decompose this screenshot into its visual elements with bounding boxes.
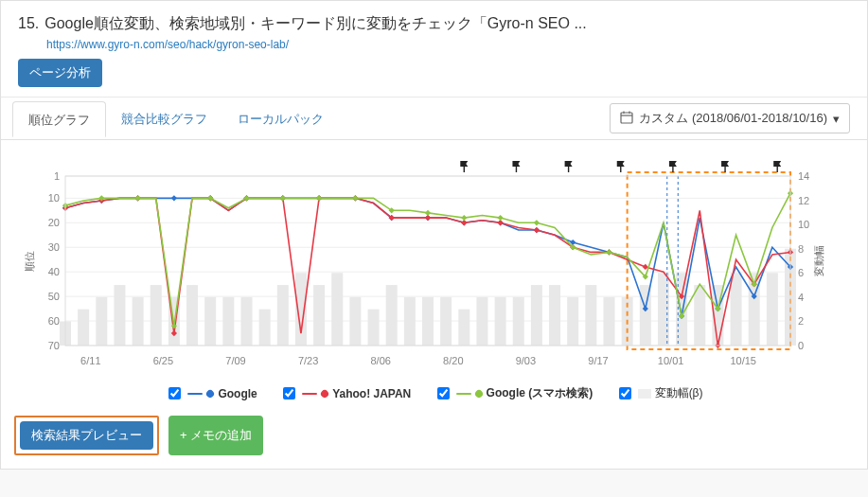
svg-rect-42 — [96, 297, 107, 346]
svg-rect-59 — [404, 297, 416, 346]
page-analyze-button[interactable]: ページ分析 — [18, 59, 102, 87]
date-range-label: カスタム (2018/06/01-2018/10/16) — [639, 110, 827, 127]
legend-google-sp-checkbox[interactable] — [437, 387, 450, 399]
svg-rect-67 — [549, 285, 560, 346]
svg-rect-72 — [640, 285, 651, 346]
svg-rect-50 — [241, 297, 253, 346]
svg-rect-64 — [495, 297, 506, 346]
svg-rect-61 — [440, 297, 452, 346]
svg-rect-58 — [386, 285, 398, 346]
svg-rect-141 — [606, 249, 611, 255]
legend-volatility[interactable]: 変動幅(β) — [615, 384, 703, 402]
svg-rect-69 — [585, 285, 596, 346]
svg-text:8/06: 8/06 — [370, 355, 390, 366]
svg-text:0: 0 — [798, 340, 804, 351]
add-memo-label: メモの追加 — [190, 428, 252, 442]
svg-text:6: 6 — [798, 267, 804, 278]
svg-rect-45 — [151, 285, 162, 346]
legend-google-sp[interactable]: Google (スマホ検索) — [434, 384, 593, 402]
svg-rect-43 — [114, 285, 125, 346]
svg-rect-139 — [534, 220, 540, 225]
svg-rect-63 — [476, 297, 487, 346]
svg-rect-44 — [133, 297, 144, 346]
tab-ranking[interactable]: 順位グラフ — [12, 101, 106, 137]
svg-rect-62 — [458, 310, 469, 346]
svg-text:9/17: 9/17 — [588, 355, 608, 366]
svg-text:10/01: 10/01 — [658, 355, 684, 366]
svg-rect-51 — [259, 310, 271, 346]
svg-rect-47 — [186, 285, 198, 346]
calendar-icon — [620, 111, 633, 127]
svg-text:8: 8 — [798, 243, 804, 255]
svg-rect-137 — [461, 215, 467, 221]
svg-text:8/20: 8/20 — [443, 355, 463, 366]
highlight-box: 検索結果プレビュー — [14, 416, 159, 455]
page-url[interactable]: https://www.gyro-n.com/seo/hack/gyron-se… — [46, 38, 850, 51]
svg-text:変動幅: 変動幅 — [813, 245, 824, 276]
svg-rect-77 — [731, 273, 742, 346]
svg-text:2: 2 — [798, 315, 804, 327]
svg-rect-65 — [513, 297, 524, 346]
plus-icon: + — [180, 428, 190, 442]
svg-text:6/11: 6/11 — [80, 355, 100, 366]
serp-preview-button[interactable]: 検索結果プレビュー — [20, 421, 153, 450]
svg-text:10/15: 10/15 — [730, 355, 756, 366]
svg-rect-56 — [349, 297, 361, 346]
svg-text:7/23: 7/23 — [298, 355, 318, 366]
svg-text:60: 60 — [48, 315, 60, 327]
svg-rect-66 — [531, 285, 542, 346]
tab-localpack[interactable]: ローカルパック — [222, 101, 339, 135]
svg-rect-134 — [352, 195, 358, 201]
svg-rect-60 — [422, 297, 434, 346]
chevron-down-icon: ▾ — [833, 112, 840, 126]
svg-text:70: 70 — [48, 340, 60, 351]
svg-text:4: 4 — [798, 292, 804, 303]
svg-rect-0 — [621, 113, 632, 123]
svg-text:14: 14 — [798, 170, 809, 182]
svg-text:12: 12 — [798, 195, 809, 206]
legend-yahoo-label: Yahoo! JAPAN — [332, 387, 411, 400]
svg-rect-75 — [694, 285, 705, 346]
svg-rect-87 — [171, 195, 177, 201]
legend-google-label: Google — [218, 387, 257, 400]
tab-compare[interactable]: 競合比較グラフ — [106, 101, 222, 135]
svg-text:7/09: 7/09 — [225, 355, 245, 366]
svg-text:6/25: 6/25 — [153, 355, 173, 366]
svg-text:30: 30 — [48, 241, 60, 253]
legend-volatility-label: 変動幅(β) — [655, 385, 703, 401]
svg-rect-70 — [604, 297, 615, 346]
svg-text:10: 10 — [798, 219, 809, 230]
svg-rect-55 — [331, 273, 343, 346]
svg-rect-52 — [277, 285, 289, 346]
svg-rect-79 — [767, 273, 778, 346]
legend-google-checkbox[interactable] — [168, 387, 181, 399]
svg-text:9/03: 9/03 — [516, 355, 536, 366]
svg-rect-128 — [134, 195, 140, 201]
legend-google[interactable]: Google — [165, 384, 257, 402]
svg-rect-41 — [78, 310, 89, 346]
svg-rect-57 — [368, 310, 380, 346]
legend-google-sp-label: Google (スマホ検索) — [487, 385, 593, 401]
svg-rect-132 — [280, 195, 286, 201]
legend: Google Yahoo! JAPAN Google (スマホ検索) 変動幅(β… — [1, 382, 867, 416]
svg-rect-68 — [567, 297, 578, 346]
svg-text:1: 1 — [54, 170, 60, 182]
page-title: Google順位変動、検索地域別・キーワード別に変動をチェック「Gyro-n S… — [44, 14, 587, 34]
svg-text:10: 10 — [48, 192, 60, 204]
svg-text:順位: 順位 — [24, 251, 35, 272]
svg-rect-136 — [425, 210, 431, 216]
legend-volatility-checkbox[interactable] — [619, 387, 631, 399]
svg-rect-133 — [316, 195, 322, 201]
svg-text:40: 40 — [48, 266, 60, 277]
svg-text:50: 50 — [48, 291, 60, 302]
svg-rect-138 — [497, 215, 503, 221]
svg-text:20: 20 — [48, 217, 60, 228]
legend-yahoo-checkbox[interactable] — [283, 387, 295, 399]
svg-rect-118 — [534, 227, 540, 233]
date-range-picker[interactable]: カスタム (2018/06/01-2018/10/16) ▾ — [610, 103, 850, 133]
svg-rect-49 — [222, 297, 234, 346]
add-memo-button[interactable]: + メモの追加 — [168, 416, 263, 455]
svg-rect-48 — [204, 297, 216, 346]
svg-rect-54 — [313, 285, 325, 346]
legend-yahoo[interactable]: Yahoo! JAPAN — [279, 384, 411, 402]
